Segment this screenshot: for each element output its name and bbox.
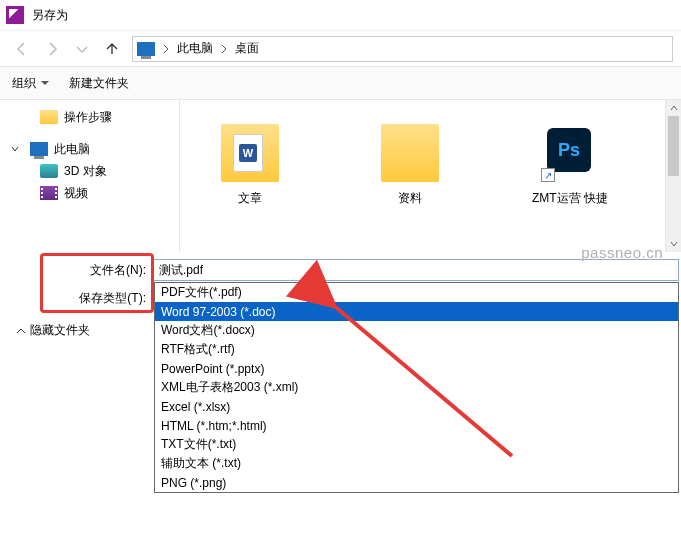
chevron-right-icon — [217, 45, 231, 53]
filetype-option[interactable]: RTF格式(*.rtf) — [155, 340, 678, 359]
recent-dropdown[interactable] — [68, 35, 96, 63]
filetype-option[interactable]: PowerPoint (*.pptx) — [155, 359, 678, 378]
new-folder-button[interactable]: 新建文件夹 — [69, 75, 129, 92]
up-button[interactable] — [98, 35, 126, 63]
tree-item-this-pc[interactable]: 此电脑 — [0, 138, 179, 160]
save-fields: 文件名(N): 保存类型(T): PDF文件(*.pdf) PDF文件(*.pd… — [0, 256, 681, 312]
filetype-option[interactable]: HTML (*.htm;*.html) — [155, 416, 678, 435]
organize-menu[interactable]: 组织 — [12, 75, 49, 92]
file-item-1[interactable]: W 文章 — [210, 116, 290, 207]
tree-label: 视频 — [64, 185, 88, 202]
tree-label: 操作步骤 — [64, 109, 112, 126]
file-label: 资料 — [398, 190, 422, 207]
new-folder-label: 新建文件夹 — [69, 75, 129, 92]
folder-icon — [375, 116, 445, 186]
filetype-option[interactable]: Word 97-2003 (*.doc) — [155, 302, 678, 321]
file-label: 文章 — [238, 190, 262, 207]
chevron-down-icon — [41, 81, 49, 85]
filename-input[interactable] — [152, 259, 679, 281]
filetype-label: 保存类型(T): — [0, 290, 152, 307]
this-pc-icon — [137, 42, 155, 56]
organize-label: 组织 — [12, 75, 36, 92]
this-pc-icon — [30, 142, 48, 156]
hide-folders-label: 隐藏文件夹 — [30, 322, 90, 339]
crumb-this-pc[interactable]: 此电脑 — [173, 40, 217, 57]
watermark-text: passneo.cn — [581, 244, 663, 261]
tree-item-3d[interactable]: 3D 对象 — [0, 160, 179, 182]
chevron-up-icon — [16, 326, 26, 336]
filetype-dropdown[interactable]: PDF文件(*.pdf)Word 97-2003 (*.doc)Word文档(*… — [154, 282, 679, 493]
filetype-option[interactable]: 辅助文本 (*.txt) — [155, 454, 678, 473]
filetype-option[interactable]: XML电子表格2003 (*.xml) — [155, 378, 678, 397]
folder-icon — [40, 110, 58, 124]
back-button[interactable] — [8, 35, 36, 63]
file-item-2[interactable]: 资料 — [370, 116, 450, 207]
app-icon — [6, 6, 24, 24]
nav-row: 此电脑 桌面 — [0, 30, 681, 66]
title-bar: 另存为 — [0, 0, 681, 30]
folder-tree[interactable]: 操作步骤 此电脑 3D 对象 视频 — [0, 100, 180, 252]
filename-label: 文件名(N): — [0, 262, 152, 279]
folder-word-icon: W — [215, 116, 285, 186]
tree-item-steps[interactable]: 操作步骤 — [0, 106, 179, 128]
filetype-option[interactable]: PNG (*.png) — [155, 473, 678, 492]
toolbar: 组织 新建文件夹 — [0, 66, 681, 100]
expand-icon[interactable] — [10, 145, 20, 153]
tree-item-video[interactable]: 视频 — [0, 182, 179, 204]
file-label: ZMT运营 快捷 — [532, 190, 608, 207]
video-icon — [40, 186, 58, 200]
main-area: 操作步骤 此电脑 3D 对象 视频 W — [0, 100, 681, 252]
filetype-option[interactable]: TXT文件(*.txt) — [155, 435, 678, 454]
file-list[interactable]: W 文章 资料 Ps ↗ ZMT运营 快捷 — [180, 100, 681, 252]
filetype-option[interactable]: Excel (*.xlsx) — [155, 397, 678, 416]
window-title: 另存为 — [32, 7, 68, 24]
file-item-3[interactable]: Ps ↗ ZMT运营 快捷 — [530, 116, 610, 207]
filetype-option[interactable]: PDF文件(*.pdf) — [155, 283, 678, 302]
tree-label: 3D 对象 — [64, 163, 107, 180]
photoshop-shortcut-icon: Ps ↗ — [535, 116, 605, 186]
3d-objects-icon — [40, 164, 58, 178]
crumb-desktop[interactable]: 桌面 — [231, 40, 263, 57]
forward-button[interactable] — [38, 35, 66, 63]
chevron-right-icon — [159, 45, 173, 53]
tree-label: 此电脑 — [54, 141, 90, 158]
filetype-option[interactable]: Word文档(*.docx) — [155, 321, 678, 340]
address-bar[interactable]: 此电脑 桌面 — [132, 36, 673, 62]
